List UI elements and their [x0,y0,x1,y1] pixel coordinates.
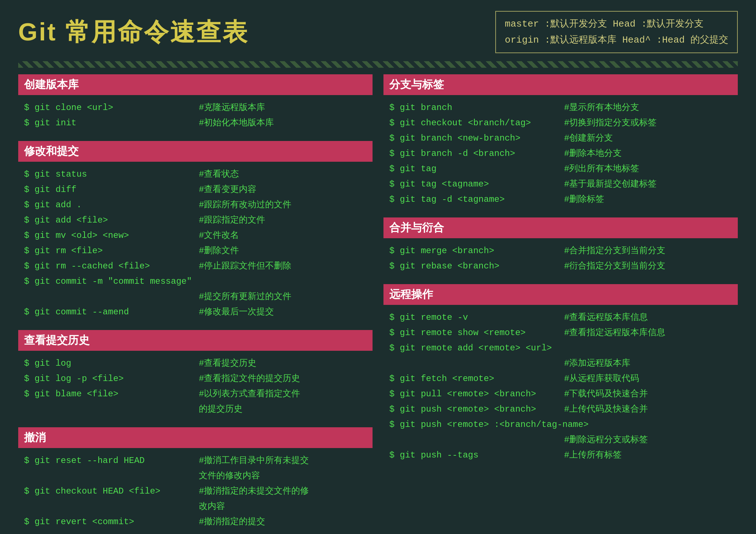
cmd-text: $ git mv <old> <new> [24,228,199,243]
cmd-text: $ git remote show <remote> [389,325,564,341]
cmd-line: $ git branch <new-branch>#创建新分支 [389,131,732,146]
section-log: 查看提交历史$ git log#查看提交历史$ git log -p <file… [18,330,373,421]
cmd-comment: #查看指定文件的提交历史 [199,371,300,386]
cmd-line: 改内容 [24,499,367,514]
cmd-line: $ git init#初始化本地版本库 [24,115,367,131]
cmd-line: 的提交历史 [24,402,367,417]
cmd-comment: #修改最后一次提交 [199,305,274,320]
cmd-line: $ git tag <tagname>#基于最新提交创建标签 [389,177,732,192]
cmd-text: $ git checkout <branch/tag> [389,115,564,131]
cmd-text: $ git log -p <file> [24,371,199,386]
section-header-merge-rebase: 合并与衍合 [383,217,738,238]
cmd-comment: #删除标签 [564,192,604,207]
cmd-comment-only: 的提交历史 [199,402,243,417]
cmd-text: $ git remote add <remote> <url> [389,341,564,356]
section-body-remote: $ git remote -v#查看远程版本库信息$ git remote sh… [383,309,738,467]
section-header-modify-commit: 修改和提交 [18,141,373,162]
cmd-line: $ git mv <old> <new>#文件改名 [24,228,367,243]
cmd-line: $ git push --tags#上传所有标签 [389,448,732,463]
cmd-comment: #上传代码及快速合并 [564,402,648,417]
cmd-line: $ git rebase <branch>#衍合指定分支到当前分支 [389,259,732,274]
cmd-line: $ git log#查看提交历史 [24,356,367,371]
cmd-line: $ git push <remote> :<branch/tag-name> [389,417,732,432]
cmd-comment: #衍合指定分支到当前分支 [564,259,665,274]
cmd-text: $ git rm --cached <file> [24,259,199,274]
cmd-text: $ git status [24,167,199,182]
cmd-text: $ git push <remote> :<branch/tag-name> [389,417,588,432]
right-column: 分支与标签$ git branch#显示所有本地分支$ git checkout… [383,74,738,533]
cmd-comment: #合并指定分支到当前分支 [564,243,665,259]
main-title: Git 常用命令速查表 [18,16,249,49]
cmd-text: $ git commit --amend [24,305,199,320]
section-header-remote: 远程操作 [383,284,738,305]
cmd-comment: #查看变更内容 [199,182,256,197]
section-body-merge-rebase: $ git merge <branch>#合并指定分支到当前分支$ git re… [383,242,738,278]
cmd-text: $ git log [24,356,199,371]
cmd-comment: #克隆远程版本库 [199,100,265,115]
cmd-comment: #列出所有本地标签 [564,161,639,177]
cmd-line: $ git diff#查看变更内容 [24,182,367,197]
cmd-text: $ git add . [24,197,199,213]
section-branch-tag: 分支与标签$ git branch#显示所有本地分支$ git checkout… [383,74,738,211]
cmd-text: $ git merge <branch> [389,243,564,259]
cmd-line: $ git status#查看状态 [24,167,367,182]
cmd-text: $ git rm <file> [24,243,199,259]
left-column: 创建版本库$ git clone <url>#克隆远程版本库$ git init… [18,74,373,533]
cmd-text: $ git blame <file> [24,386,199,402]
main-content: 创建版本库$ git clone <url>#克隆远程版本库$ git init… [18,74,738,533]
cmd-comment: #显示所有本地分支 [564,100,639,115]
cmd-text: $ git reset --hard HEAD [24,453,199,468]
cmd-text: $ git revert <commit> [24,514,199,530]
cmd-comment-only: #提交所有更新过的文件 [199,289,291,305]
cmd-text: $ git branch <new-branch> [389,131,564,146]
cmd-line: $ git remote add <remote> <url> [389,341,732,356]
cmd-comment: #基于最新提交创建标签 [564,177,657,192]
cmd-text: $ git tag <tagname> [389,177,564,192]
cmd-comment: #上传所有标签 [564,448,622,463]
cmd-line: $ git remote show <remote>#查看指定远程版本库信息 [389,325,732,341]
cmd-comment: #删除本地分支 [564,146,622,161]
section-header-log: 查看提交历史 [18,330,373,351]
cmd-comment: #初始化本地版本库 [199,115,274,131]
cmd-line: $ git tag#列出所有本地标签 [389,161,732,177]
section-body-modify-commit: $ git status#查看状态$ git diff#查看变更内容$ git … [18,165,373,323]
cmd-comment: #删除文件 [199,243,239,259]
cmd-text: $ git tag [389,161,564,177]
cmd-line: #添加远程版本库 [389,356,732,371]
cmd-line: $ git reset --hard HEAD#撤消工作目录中所有未提交 [24,453,367,468]
cmd-text: $ git tag -d <tagname> [389,192,564,207]
cmd-line: 文件的修改内容 [24,468,367,484]
legend-line-1: master :默认开发分支 Head :默认开发分支 [505,16,728,32]
cmd-text: $ git add <file> [24,213,199,228]
cmd-line: $ git revert <commit>#撤消指定的提交 [24,514,367,530]
legend-line-2: origin :默认远程版本库 Head^ :Head 的父提交 [505,32,728,48]
top-divider [18,61,738,68]
cmd-line: $ git clone <url>#克隆远程版本库 [24,100,367,115]
cmd-text: $ git diff [24,182,199,197]
cmd-comment: #查看指定远程版本库信息 [564,325,665,341]
cmd-comment: #跟踪所有改动过的文件 [199,197,291,213]
section-header-undo: 撤消 [18,427,373,448]
cmd-line: $ git tag -d <tagname>#删除标签 [389,192,732,207]
cmd-comment: #文件改名 [199,228,239,243]
cmd-comment: #从远程库获取代码 [564,371,639,386]
cmd-comment: #撤消指定的未提交文件的修 [199,484,309,499]
section-body-log: $ git log#查看提交历史$ git log -p <file>#查看指定… [18,354,373,421]
section-header-create-repo: 创建版本库 [18,74,373,95]
cmd-comment: #下载代码及快速合并 [564,386,648,402]
cmd-line: $ git merge <branch>#合并指定分支到当前分支 [389,243,732,259]
cmd-line: $ git checkout <branch/tag>#切换到指定分支或标签 [389,115,732,131]
section-body-branch-tag: $ git branch#显示所有本地分支$ git checkout <bra… [383,99,738,211]
cmd-comment-only: #删除远程分支或标签 [564,432,648,448]
cmd-text: $ git branch [389,100,564,115]
cmd-comment: #查看提交历史 [199,356,256,371]
cmd-line: $ git commit -m "commit message" [24,274,367,289]
cmd-comment: #创建新分支 [564,131,613,146]
cmd-text: $ git branch -d <branch> [389,146,564,161]
cmd-line: $ git rm --cached <file>#停止跟踪文件但不删除 [24,259,367,274]
cmd-text: $ git checkout HEAD <file> [24,484,199,499]
cmd-text: $ git clone <url> [24,100,199,115]
cmd-line: $ git add <file>#跟踪指定的文件 [24,213,367,228]
cmd-comment: #切换到指定分支或标签 [564,115,657,131]
cmd-line: $ git checkout HEAD <file>#撤消指定的未提交文件的修 [24,484,367,499]
